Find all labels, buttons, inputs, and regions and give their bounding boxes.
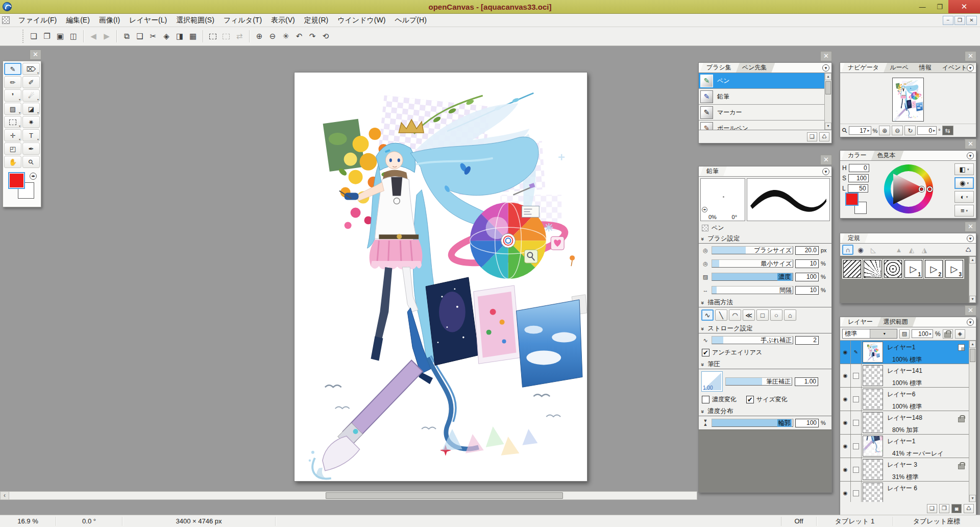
- triangle-marker[interactable]: [919, 186, 924, 192]
- scroll-down-icon[interactable]: ▾: [825, 123, 831, 130]
- menu-layer[interactable]: レイヤー(L): [125, 14, 172, 27]
- mdi-minimize-button[interactable]: −: [943, 16, 953, 25]
- tool-move[interactable]: ✛▾: [4, 129, 21, 141]
- lightness-input[interactable]: 50: [848, 184, 868, 193]
- layer-visibility-toggle[interactable]: ◉: [840, 435, 851, 458]
- layer-stack-button[interactable]: ◈: [955, 329, 965, 339]
- panel-menu-icon[interactable]: ▼: [822, 64, 829, 71]
- mdi-restore-button[interactable]: ❐: [954, 16, 965, 25]
- spacing-slider[interactable]: ↔ 間隔 10 %: [701, 285, 829, 295]
- color-slider-mode-button[interactable]: ≡▾: [954, 205, 974, 217]
- tab-layers[interactable]: レイヤー: [841, 317, 881, 327]
- actual-size-button[interactable]: ✳: [280, 30, 292, 43]
- layer-visibility-toggle[interactable]: ◉: [840, 411, 851, 434]
- layer-opacity-icon[interactable]: ▨: [899, 329, 910, 339]
- contour-slider[interactable]: ▼▲ 輪郭 100 %: [701, 418, 829, 427]
- nav-rotate-button[interactable]: ↻: [904, 126, 916, 135]
- section-draw-method[interactable]: »描画方法: [699, 298, 831, 307]
- scroll-up-icon[interactable]: ▴: [825, 73, 831, 80]
- pressure-value[interactable]: 1.00: [795, 377, 818, 386]
- menu-view[interactable]: 表示(V): [266, 14, 300, 27]
- ruler-triangle-right-button[interactable]: ◮: [919, 245, 930, 255]
- brush-item-marker[interactable]: ✎ マーカー: [699, 105, 824, 121]
- tool-bucket[interactable]: ◪▾: [22, 103, 40, 115]
- scroll-down-icon[interactable]: ▾: [969, 495, 976, 502]
- new-file-button[interactable]: ❏: [28, 30, 40, 43]
- new-folder-button[interactable]: ❒: [939, 504, 949, 513]
- tool-select[interactable]: ▾: [4, 116, 21, 128]
- settings-panel-close-button[interactable]: ✕: [820, 155, 832, 165]
- nav-zoom-out-button[interactable]: ⊖: [892, 126, 903, 135]
- tab-loupe[interactable]: ルーペ: [883, 63, 917, 73]
- transform-button[interactable]: ▦: [187, 30, 199, 43]
- tab-color[interactable]: カラー: [841, 151, 875, 160]
- open-file-button[interactable]: ❐: [41, 30, 53, 43]
- tab-ruler[interactable]: 定規: [841, 233, 868, 243]
- mdi-close-button[interactable]: ✕: [966, 16, 977, 25]
- tool-airbrush[interactable]: ☄▾: [22, 89, 40, 102]
- rotate-reset-button[interactable]: ⟲: [320, 30, 332, 43]
- draw-polyline-button[interactable]: ≪: [743, 309, 755, 321]
- zoom-out-button[interactable]: ⊖: [266, 30, 279, 43]
- navigator-preview[interactable]: [840, 73, 976, 124]
- scroll-up-icon[interactable]: ▴: [969, 256, 976, 264]
- undo-button[interactable]: ◀: [87, 30, 100, 43]
- menu-image[interactable]: 画像(I): [94, 14, 125, 27]
- menu-file[interactable]: ファイル(F): [14, 14, 61, 27]
- ruler-radial[interactable]: [864, 260, 881, 278]
- copy-button[interactable]: ⧉: [120, 30, 133, 43]
- select-rect-button[interactable]: [207, 30, 219, 43]
- rotate-right-button[interactable]: ↷: [306, 30, 318, 43]
- density-value[interactable]: 100: [795, 273, 819, 281]
- tool-hand[interactable]: ✋: [4, 156, 21, 168]
- contour-value[interactable]: 100: [795, 419, 819, 427]
- menu-ruler[interactable]: 定規(R): [300, 14, 333, 27]
- tip-swap-icon[interactable]: ◂▸: [702, 207, 707, 212]
- section-brush-settings[interactable]: »ブラシ設定: [699, 234, 831, 244]
- ruler-snap-button[interactable]: ∩: [842, 245, 853, 255]
- tab-pencil[interactable]: 鉛筆: [700, 166, 727, 176]
- deselect-button[interactable]: [220, 30, 232, 43]
- brush-size-slider[interactable]: ◎ ブラシサイズ 20.0 px: [701, 246, 829, 255]
- panel-menu-icon[interactable]: ▼: [822, 168, 829, 175]
- draw-polygon-button[interactable]: ⌂: [784, 309, 796, 321]
- tab-navigator[interactable]: ナビゲータ: [841, 63, 887, 73]
- new-layer-button[interactable]: ❏: [927, 504, 937, 513]
- scroll-up-icon[interactable]: ▴: [969, 341, 976, 348]
- save-as-button[interactable]: ◫: [67, 30, 80, 43]
- layer-mask-button[interactable]: ◙: [951, 504, 962, 513]
- brush-item-ballpen[interactable]: ✎ ボールペン: [699, 121, 824, 130]
- delete-brush-button[interactable]: ♺: [819, 132, 829, 141]
- layer-row-3[interactable]: ◉ レイヤー6 100% 標準: [840, 388, 969, 411]
- save-button[interactable]: ▣: [54, 30, 66, 43]
- tool-pencil[interactable]: ✏: [4, 76, 21, 88]
- ruler-perspective-1[interactable]: ▷1: [904, 260, 922, 278]
- panel-menu-icon[interactable]: ▼: [967, 64, 974, 71]
- paste-button[interactable]: ❑: [134, 30, 146, 43]
- tab-swatchbook[interactable]: 色見本: [871, 151, 904, 160]
- eraser-button[interactable]: ◨: [174, 30, 186, 43]
- scrollbar-thumb[interactable]: [326, 492, 563, 499]
- menu-edit[interactable]: 編集(E): [61, 14, 94, 27]
- draw-ellipse-button[interactable]: ○: [770, 309, 782, 321]
- nav-zoom-in-button[interactable]: ⊕: [879, 126, 890, 135]
- ruler-setsquare-button[interactable]: ◺: [868, 245, 879, 255]
- tool-zoom[interactable]: ⚲: [22, 156, 40, 168]
- layer-list-scrollbar[interactable]: ▴ ▾: [969, 341, 976, 502]
- density-change-checkbox[interactable]: [702, 396, 709, 403]
- palette-close-button[interactable]: ✕: [30, 50, 41, 60]
- scrollbar-thumb[interactable]: [970, 349, 975, 362]
- ruler-perspective-2[interactable]: ▷2: [925, 260, 943, 278]
- zoom-in-button[interactable]: ⊕: [253, 30, 265, 43]
- color-panel-close-button[interactable]: ✕: [965, 139, 976, 149]
- layers-panel-close-button[interactable]: ✕: [965, 305, 976, 316]
- color-wheel-mode-button[interactable]: ◉▾: [954, 177, 974, 189]
- min-size-slider[interactable]: ◎ 最小サイズ 10 %: [701, 259, 829, 268]
- ruler-triangle-filled-button[interactable]: ▲: [893, 245, 904, 255]
- layer-row-5[interactable]: ◉ レイヤー1 41% オーバーレイ: [840, 435, 969, 458]
- antialias-checkbox[interactable]: ✔: [702, 349, 709, 356]
- ruler-perspective-3[interactable]: ▷3: [945, 260, 963, 278]
- ruler-scrollbar[interactable]: ▴ ▾: [969, 256, 976, 303]
- panel-menu-icon[interactable]: ▼: [967, 319, 974, 326]
- rotate-left-button[interactable]: ↶: [293, 30, 305, 43]
